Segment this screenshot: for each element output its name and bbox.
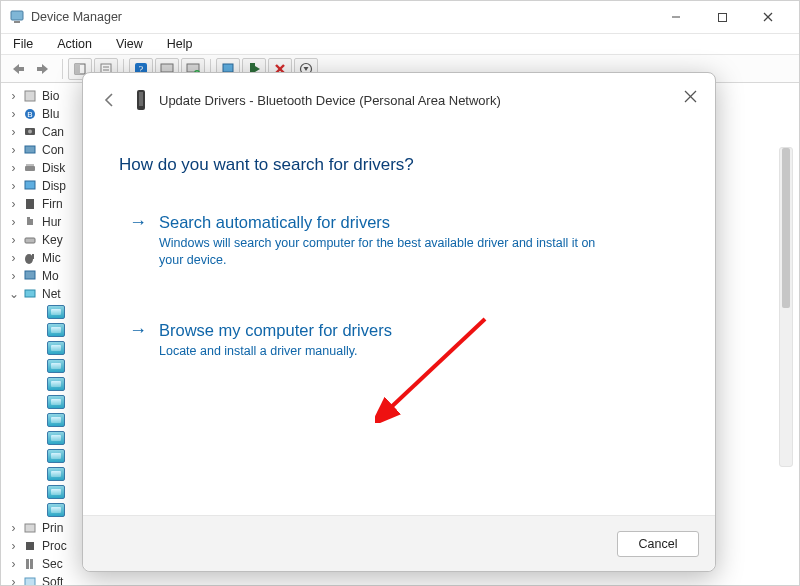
svg-rect-0 xyxy=(11,11,23,20)
menu-action[interactable]: Action xyxy=(53,35,96,53)
tree-item-label: Soft xyxy=(42,575,63,585)
dialog-body: How do you want to search for drivers? →… xyxy=(83,127,715,515)
svg-rect-54 xyxy=(139,92,143,106)
svg-point-35 xyxy=(28,130,32,134)
svg-point-44 xyxy=(25,254,33,264)
option-description: Windows will search your computer for th… xyxy=(159,235,599,269)
svg-text:B: B xyxy=(27,110,32,119)
svg-rect-51 xyxy=(30,559,33,569)
svg-rect-38 xyxy=(26,164,34,166)
tree-item-label: Key xyxy=(42,233,63,247)
network-adapter-icon xyxy=(47,323,65,337)
tree-item-label: Firn xyxy=(42,197,63,211)
scrollbar-thumb[interactable] xyxy=(782,148,790,308)
dialog-footer: Cancel xyxy=(83,515,715,571)
svg-rect-40 xyxy=(26,199,34,209)
option-title: Browse my computer for drivers xyxy=(159,319,392,341)
vertical-scrollbar[interactable] xyxy=(779,147,793,467)
svg-rect-17 xyxy=(161,64,173,72)
device-manager-icon xyxy=(9,9,25,25)
window-minimize-button[interactable] xyxy=(653,1,699,33)
tree-item-label: Disk xyxy=(42,161,65,175)
network-adapter-icon xyxy=(47,359,65,373)
tree-item[interactable]: ›Soft xyxy=(9,573,799,585)
titlebar: Device Manager xyxy=(1,1,799,33)
svg-rect-36 xyxy=(25,146,35,153)
svg-rect-11 xyxy=(75,64,80,74)
svg-rect-31 xyxy=(25,91,35,101)
svg-rect-52 xyxy=(25,578,35,585)
update-drivers-dialog: Update Drivers - Bluetooth Device (Perso… xyxy=(82,72,716,572)
svg-rect-9 xyxy=(37,67,42,71)
svg-marker-30 xyxy=(304,67,309,71)
svg-rect-1 xyxy=(14,21,20,23)
svg-rect-48 xyxy=(25,524,35,532)
svg-rect-42 xyxy=(30,219,33,225)
tree-item-label: Disp xyxy=(42,179,66,193)
svg-rect-46 xyxy=(25,271,35,279)
svg-rect-7 xyxy=(19,67,24,71)
tree-item-label: Can xyxy=(42,125,64,139)
tree-item-label: Mic xyxy=(42,251,61,265)
arrow-right-icon: → xyxy=(129,319,147,341)
network-adapter-icon xyxy=(47,413,65,427)
tree-item-label: Sec xyxy=(42,557,63,571)
tree-item-label: Proc xyxy=(42,539,67,553)
network-adapter-icon xyxy=(47,485,65,499)
svg-rect-41 xyxy=(27,217,30,225)
tree-item-label: Con xyxy=(42,143,64,157)
tree-item-label: Blu xyxy=(42,107,59,121)
network-adapter-icon xyxy=(47,305,65,319)
svg-marker-6 xyxy=(13,64,19,74)
network-adapter-icon xyxy=(47,467,65,481)
dialog-heading: How do you want to search for drivers? xyxy=(119,155,681,175)
tree-item-label: Bio xyxy=(42,89,59,103)
svg-rect-37 xyxy=(25,166,35,171)
option-search-automatically[interactable]: → Search automatically for drivers Windo… xyxy=(119,205,681,287)
svg-marker-26 xyxy=(255,66,260,72)
svg-rect-47 xyxy=(25,290,35,297)
svg-rect-23 xyxy=(223,64,233,72)
window-title: Device Manager xyxy=(31,10,122,24)
network-adapter-icon xyxy=(47,431,65,445)
menubar: File Action View Help xyxy=(1,33,799,55)
dialog-close-button[interactable] xyxy=(675,81,705,111)
toolbar-forward-button[interactable] xyxy=(33,58,57,80)
cancel-button[interactable]: Cancel xyxy=(617,531,699,557)
option-description: Locate and install a driver manually. xyxy=(159,343,392,360)
tree-item-label: Hur xyxy=(42,215,61,229)
svg-marker-8 xyxy=(42,64,48,74)
tree-item-label: Net xyxy=(42,287,61,301)
dialog-title: Update Drivers - Bluetooth Device (Perso… xyxy=(159,93,501,108)
network-adapter-icon xyxy=(47,377,65,391)
option-title: Search automatically for drivers xyxy=(159,211,599,233)
network-adapter-icon xyxy=(47,449,65,463)
svg-rect-50 xyxy=(26,559,29,569)
network-adapter-icon xyxy=(47,395,65,409)
arrow-right-icon: → xyxy=(129,211,147,233)
svg-rect-3 xyxy=(718,13,726,21)
svg-rect-39 xyxy=(25,181,35,189)
device-icon xyxy=(133,89,149,111)
menu-help[interactable]: Help xyxy=(163,35,197,53)
menu-view[interactable]: View xyxy=(112,35,147,53)
network-adapter-icon xyxy=(47,503,65,517)
option-browse-computer[interactable]: → Browse my computer for drivers Locate … xyxy=(119,313,681,378)
dialog-back-button[interactable] xyxy=(97,87,123,113)
menu-file[interactable]: File xyxy=(9,35,37,53)
window-close-button[interactable] xyxy=(745,1,791,33)
window-maximize-button[interactable] xyxy=(699,1,745,33)
tree-item-label: Prin xyxy=(42,521,63,535)
toolbar-back-button[interactable] xyxy=(7,58,31,80)
svg-rect-43 xyxy=(25,238,35,243)
svg-rect-49 xyxy=(26,542,34,550)
dialog-header: Update Drivers - Bluetooth Device (Perso… xyxy=(83,73,715,127)
network-adapter-icon xyxy=(47,341,65,355)
svg-rect-45 xyxy=(32,254,34,259)
tree-item-label: Mo xyxy=(42,269,59,283)
